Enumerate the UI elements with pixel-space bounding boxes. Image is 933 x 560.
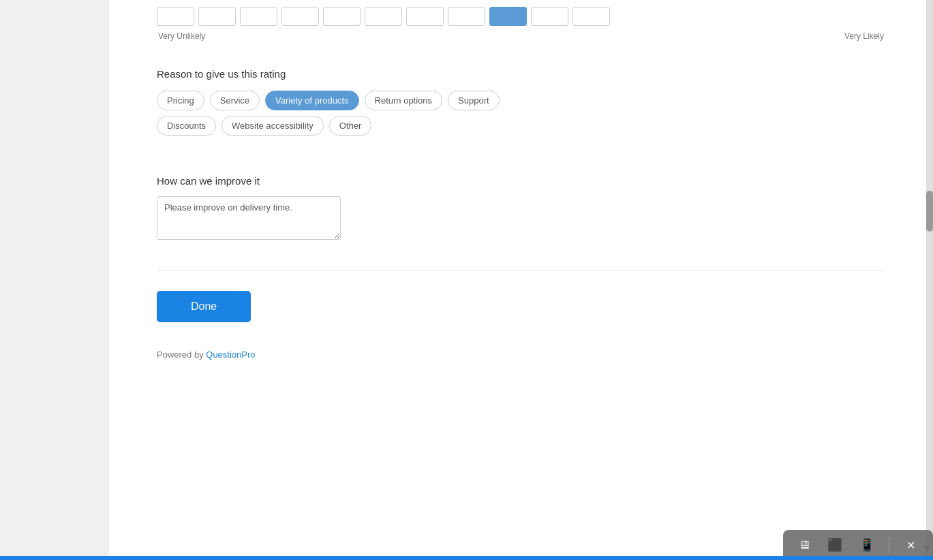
rating-btn-4[interactable] bbox=[281, 7, 319, 26]
label-very-unlikely: Very Unlikely bbox=[158, 31, 205, 41]
powered-by: Powered by QuestionPro bbox=[109, 329, 933, 380]
tag-service[interactable]: Service bbox=[210, 91, 260, 110]
improve-section: How can we improve it Please improve on … bbox=[109, 155, 933, 256]
tags-row-1: Pricing Service Variety of products Retu… bbox=[157, 91, 885, 110]
desktop-icon[interactable]: 🖥 bbox=[795, 535, 813, 555]
scrollbar-thumb[interactable] bbox=[926, 191, 933, 232]
reason-section-title: Reason to give us this rating bbox=[157, 68, 885, 80]
reason-section: Reason to give us this rating Pricing Se… bbox=[109, 55, 933, 155]
rating-btn-5[interactable] bbox=[323, 7, 361, 26]
rating-btn-8[interactable] bbox=[448, 7, 485, 26]
done-section: Done bbox=[109, 284, 933, 329]
rating-labels: Very Unlikely Very Likely bbox=[157, 31, 885, 41]
rating-btn-6[interactable] bbox=[365, 7, 402, 26]
tablet-portrait-icon[interactable]: 📱 bbox=[857, 535, 877, 555]
rating-btn-3[interactable] bbox=[240, 7, 277, 26]
questionpro-link[interactable]: QuestionPro bbox=[206, 349, 255, 360]
tag-return[interactable]: Return options bbox=[365, 91, 443, 110]
rating-btn-10[interactable] bbox=[531, 7, 568, 26]
tablet-landscape-icon[interactable]: ⬛ bbox=[825, 535, 845, 555]
tag-other[interactable]: Other bbox=[329, 116, 372, 136]
improve-title: How can we improve it bbox=[157, 175, 885, 187]
rating-btn-11[interactable] bbox=[572, 7, 610, 26]
rating-btn-1[interactable] bbox=[157, 7, 194, 26]
bottom-blue-bar bbox=[0, 556, 933, 560]
left-sidebar bbox=[0, 0, 109, 560]
powered-by-text: Powered by bbox=[157, 349, 206, 360]
rating-buttons-row bbox=[157, 7, 885, 26]
main-content: Very Unlikely Very Likely Reason to give… bbox=[109, 0, 933, 560]
tag-variety[interactable]: Variety of products bbox=[265, 91, 358, 110]
tag-website[interactable]: Website accessibility bbox=[221, 116, 324, 136]
section-divider bbox=[157, 270, 885, 270]
tag-discounts[interactable]: Discounts bbox=[157, 116, 216, 136]
done-button[interactable]: Done bbox=[157, 291, 251, 322]
rating-btn-7[interactable] bbox=[406, 7, 444, 26]
right-scrollbar[interactable] bbox=[926, 0, 933, 560]
tag-support[interactable]: Support bbox=[448, 91, 500, 110]
toolbar-close-button[interactable]: ✕ bbox=[901, 536, 921, 555]
rating-btn-2[interactable] bbox=[198, 7, 236, 26]
tags-row-2: Discounts Website accessibility Other bbox=[157, 116, 885, 136]
rating-btn-9[interactable] bbox=[489, 7, 527, 26]
toolbar-separator bbox=[889, 537, 889, 553]
improve-textarea[interactable]: Please improve on delivery time. bbox=[157, 196, 341, 240]
label-very-likely: Very Likely bbox=[844, 31, 884, 41]
tag-pricing[interactable]: Pricing bbox=[157, 91, 204, 110]
rating-section: Very Unlikely Very Likely bbox=[109, 0, 933, 55]
